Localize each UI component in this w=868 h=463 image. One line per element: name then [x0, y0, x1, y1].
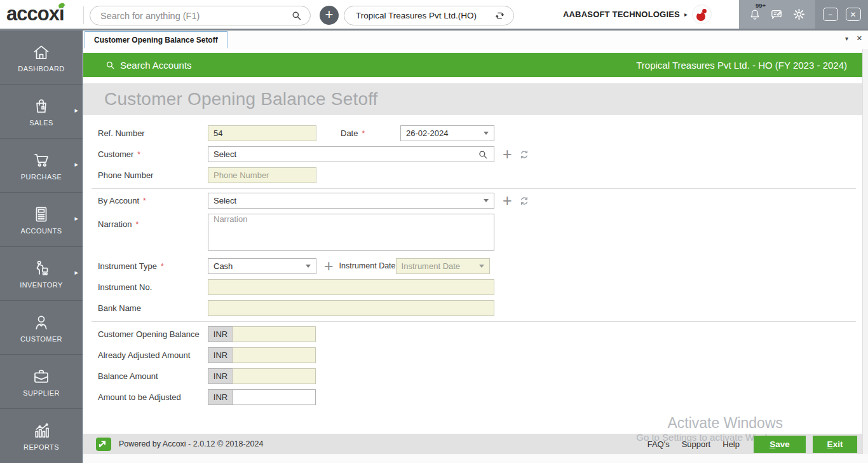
cart-icon — [31, 151, 51, 170]
accoxi-logo: accoxi — [6, 3, 64, 25]
close-button[interactable]: ✕ — [846, 8, 861, 21]
sidebar-item-reports[interactable]: REPORTS — [0, 409, 83, 463]
header-divider — [83, 6, 84, 24]
customer-label: Customer* — [98, 146, 208, 159]
messages-button[interactable] — [770, 7, 784, 22]
page-title-band: Customer Opening Balance Setoff — [83, 83, 862, 115]
sidebar-item-sales[interactable]: SALES ▸ — [0, 85, 83, 139]
shopping-bag-icon — [32, 97, 51, 116]
notification-badge: 99+ — [756, 2, 766, 9]
footer-bar: Powered by Accoxi - 2.0.12 © 2018-2024 F… — [83, 434, 862, 454]
tab-list-caret-icon[interactable]: ▾ — [845, 35, 848, 42]
instrument-date-select[interactable]: Instrument Date — [396, 258, 490, 274]
currency-prefix: INR — [208, 389, 233, 405]
section-divider — [92, 321, 856, 322]
submenu-arrow-icon: ▸ — [74, 214, 78, 223]
sidebar-item-inventory[interactable]: INVENTORY ▸ — [0, 247, 83, 301]
tab-bar: Customer Opening Balance Setoff ▾ ✕ — [83, 31, 868, 49]
date-label: Date* — [341, 125, 400, 138]
header-icon-panel: 99+ — [739, 0, 815, 29]
narration-label: Narration* — [98, 214, 208, 229]
instrument-type-select[interactable]: Cash — [208, 258, 316, 274]
customer-select[interactable]: Select — [208, 146, 494, 162]
profile-avatar[interactable] — [692, 4, 712, 24]
currency-prefix: INR — [208, 326, 233, 342]
chevron-down-icon — [484, 132, 489, 135]
sidebar-item-accounts[interactable]: ACCOUNTS ▸ — [0, 193, 83, 247]
refresh-icon — [518, 195, 531, 207]
global-search[interactable] — [90, 6, 311, 25]
opening-balance-input[interactable] — [233, 326, 316, 342]
sidebar-item-purchase[interactable]: PURCHASE ▸ — [0, 139, 83, 193]
branch-selector[interactable]: Tropical Treasures Pvt Ltd.(HO) — [344, 6, 514, 25]
refresh-account-button[interactable] — [518, 193, 531, 207]
switch-branch-icon[interactable] — [494, 10, 506, 22]
ref-number-input[interactable] — [208, 125, 316, 141]
right-gutter — [862, 49, 868, 463]
bottom-strip — [83, 454, 868, 463]
phone-label: Phone Number — [98, 167, 208, 180]
search-input[interactable] — [100, 11, 290, 21]
top-header: accoxi + Tropical Treasures Pvt Ltd.(HO)… — [0, 0, 868, 31]
phone-input[interactable] — [208, 167, 316, 183]
setoff-form: Ref. Number Date* 26-02-2024 Customer* S… — [83, 115, 868, 405]
sidebar-item-dashboard[interactable]: DASHBOARD — [0, 31, 83, 85]
support-link[interactable]: Support — [682, 439, 711, 449]
notifications-button[interactable]: 99+ — [748, 8, 762, 22]
already-adjusted-label: Already Adjusted Amount — [98, 347, 208, 360]
module-toolbar: Search Accounts Tropical Treasures Pvt L… — [83, 53, 862, 77]
main-area: Customer Opening Balance Setoff ▾ ✕ Sear… — [83, 31, 868, 463]
by-account-select[interactable]: Select — [208, 193, 494, 209]
by-account-label: By Account* — [98, 193, 208, 205]
search-icon — [105, 60, 116, 71]
tab-customer-opening-balance-setoff[interactable]: Customer Opening Balance Setoff — [85, 31, 227, 48]
quick-add-button[interactable]: + — [320, 6, 339, 25]
add-account-button[interactable]: + — [503, 193, 512, 208]
sidebar: DASHBOARD SALES ▸ PURCHASE ▸ ACCOUNTS ▸ … — [0, 31, 83, 463]
balance-amount-label: Balance Amount — [98, 368, 208, 381]
date-select[interactable]: 26-02-2024 — [400, 125, 494, 141]
chevron-down-icon — [306, 265, 311, 268]
sidebar-item-customer[interactable]: CUSTOMER — [0, 301, 83, 355]
submenu-arrow-icon: ▸ — [74, 106, 78, 114]
bar-chart-icon — [32, 421, 51, 440]
help-link[interactable]: Help — [722, 439, 740, 449]
submenu-arrow-icon: ▸ — [74, 160, 78, 169]
tab-close-icon[interactable]: ✕ — [857, 34, 862, 43]
trolley-icon — [31, 259, 51, 278]
instrument-no-input[interactable] — [208, 279, 494, 295]
already-adjusted-input[interactable] — [233, 347, 316, 363]
amount-to-adjust-input[interactable] — [233, 389, 316, 405]
org-name[interactable]: AABASOFT TECHNOLOGIES — [563, 10, 680, 19]
sidebar-item-supplier[interactable]: SUPPLIER — [0, 355, 83, 409]
narration-textarea[interactable] — [208, 214, 494, 251]
search-icon[interactable] — [290, 10, 302, 22]
add-instrument-button[interactable]: + — [324, 258, 334, 273]
branch-selector-value: Tropical Treasures Pvt Ltd.(HO) — [356, 11, 494, 20]
section-divider — [92, 188, 856, 189]
page-title: Customer Opening Balance Setoff — [104, 89, 378, 109]
accoxi-mark-icon — [96, 438, 111, 451]
exit-button[interactable]: Exit — [813, 436, 857, 453]
add-customer-button[interactable]: + — [503, 146, 512, 162]
submenu-arrow-icon: ▸ — [74, 268, 78, 277]
amount-to-adjust-label: Amount to be Adjusted — [98, 389, 208, 402]
search-accounts-button[interactable]: Search Accounts — [105, 60, 192, 71]
chevron-down-icon — [484, 199, 489, 202]
search-icon — [477, 149, 489, 160]
faqs-link[interactable]: FAQ's — [648, 439, 670, 449]
settings-button[interactable] — [792, 7, 806, 22]
save-button[interactable]: Save — [754, 436, 806, 453]
chevron-down-icon — [479, 265, 484, 268]
window-controls: − ✕ — [815, 0, 868, 29]
refresh-customer-button[interactable] — [518, 146, 531, 161]
bank-name-label: Bank Name — [98, 300, 208, 313]
bank-name-input[interactable] — [208, 300, 494, 316]
instrument-date-label: Instrument Date — [339, 258, 396, 270]
instrument-no-label: Instrument No. — [98, 279, 208, 292]
refresh-icon — [518, 148, 531, 161]
ref-number-label: Ref. Number — [98, 125, 208, 138]
currency-prefix: INR — [208, 368, 233, 384]
minimize-button[interactable]: − — [823, 8, 838, 21]
balance-amount-input[interactable] — [233, 368, 316, 384]
